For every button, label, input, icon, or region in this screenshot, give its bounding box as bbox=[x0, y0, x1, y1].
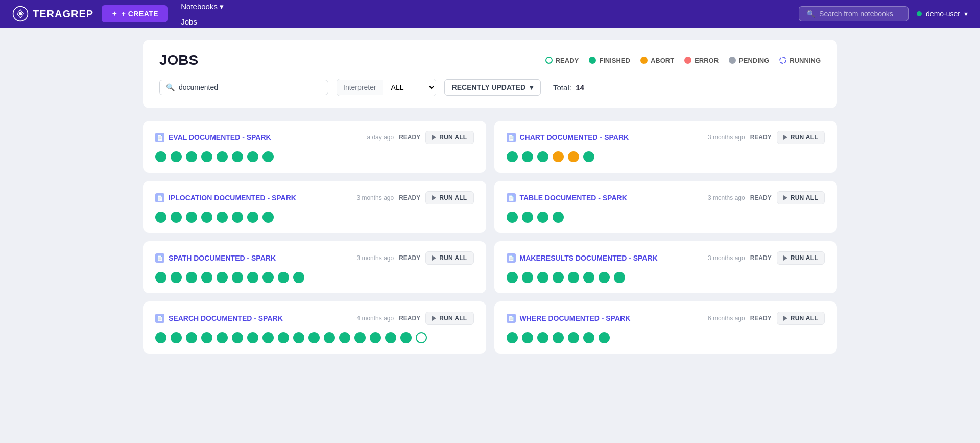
run-all-button[interactable]: RUN ALL bbox=[425, 312, 473, 325]
filter-row: 🔍 Interpreter ALL SPARK PYTHON RECENTLY … bbox=[159, 79, 821, 96]
job-dot bbox=[614, 272, 625, 283]
job-dots-row bbox=[507, 272, 825, 283]
nav-jobs[interactable]: Jobs bbox=[176, 14, 229, 29]
user-chevron-icon: ▾ bbox=[964, 10, 968, 18]
run-all-button[interactable]: RUN ALL bbox=[425, 191, 473, 204]
sort-button[interactable]: RECENTLY UPDATED ▾ bbox=[444, 79, 541, 96]
job-dot bbox=[293, 332, 304, 343]
running-dot bbox=[779, 57, 786, 64]
job-status: READY bbox=[399, 194, 420, 201]
job-card[interactable]: 📄 WHERE DOCUMENTED - SPARK 6 months ago … bbox=[494, 301, 838, 354]
job-dot bbox=[537, 151, 548, 162]
run-all-label: RUN ALL bbox=[791, 254, 818, 262]
search-input[interactable] bbox=[819, 10, 901, 18]
job-status: READY bbox=[750, 254, 772, 262]
run-all-label: RUN ALL bbox=[791, 134, 818, 141]
notebook-icon: 📄 bbox=[507, 314, 516, 323]
job-dot bbox=[262, 332, 274, 343]
job-dot bbox=[201, 272, 212, 283]
svg-point-1 bbox=[19, 12, 22, 15]
job-dot bbox=[247, 332, 258, 343]
job-time: 3 months ago bbox=[708, 254, 745, 262]
job-time: 3 months ago bbox=[356, 194, 394, 201]
job-card[interactable]: 📄 EVAL DOCUMENTED - SPARK a day ago READ… bbox=[143, 121, 486, 173]
run-all-button[interactable]: RUN ALL bbox=[777, 191, 825, 204]
job-dot bbox=[201, 332, 212, 343]
total-label: Total: 14 bbox=[553, 83, 584, 92]
job-dot bbox=[507, 212, 518, 223]
play-icon bbox=[432, 316, 436, 321]
job-dot bbox=[522, 272, 533, 283]
job-card[interactable]: 📄 CHART DOCUMENTED - SPARK 3 months ago … bbox=[494, 121, 838, 173]
job-dot bbox=[370, 332, 381, 343]
job-status: READY bbox=[399, 134, 420, 141]
run-all-button[interactable]: RUN ALL bbox=[777, 131, 825, 144]
job-dot bbox=[247, 272, 258, 283]
user-menu[interactable]: demo-user ▾ bbox=[917, 10, 968, 18]
pending-label: PENDING bbox=[739, 57, 769, 64]
job-dot bbox=[553, 332, 564, 343]
run-all-button[interactable]: RUN ALL bbox=[777, 312, 825, 325]
job-dot bbox=[553, 212, 564, 223]
ready-label: READY bbox=[556, 57, 579, 64]
interpreter-filter[interactable]: Interpreter ALL SPARK PYTHON bbox=[337, 79, 436, 96]
global-search[interactable]: 🔍 bbox=[799, 6, 909, 21]
job-card-header: 📄 MAKERESULTS DOCUMENTED - SPARK 3 month… bbox=[507, 251, 825, 265]
job-card-header: 📄 SPATH DOCUMENTED - SPARK 3 months ago … bbox=[155, 251, 474, 265]
job-dot bbox=[583, 151, 594, 162]
job-dots-row bbox=[507, 212, 825, 223]
job-search-input[interactable] bbox=[179, 83, 322, 91]
jobs-header-card: JOBS READY FINISHED ABORT ERROR bbox=[143, 40, 837, 108]
job-dot bbox=[522, 212, 533, 223]
filter-search-icon: 🔍 bbox=[166, 83, 175, 91]
notebook-icon: 📄 bbox=[155, 133, 164, 142]
job-dot bbox=[155, 212, 166, 223]
run-all-button[interactable]: RUN ALL bbox=[425, 131, 473, 144]
jobs-title: JOBS bbox=[159, 52, 198, 68]
job-dot bbox=[155, 151, 166, 162]
nav-notebooks[interactable]: Notebooks ▾ bbox=[176, 0, 229, 14]
job-status: READY bbox=[750, 315, 772, 322]
job-dot bbox=[583, 332, 594, 343]
job-dot bbox=[599, 272, 610, 283]
pending-dot bbox=[729, 57, 736, 64]
run-all-button[interactable]: RUN ALL bbox=[425, 251, 473, 265]
job-dot bbox=[201, 151, 212, 162]
job-search-wrap: 🔍 bbox=[159, 80, 328, 95]
header: TERAGREP ＋ + CREATE Notebooks ▾ Jobs 🔍 d… bbox=[0, 0, 980, 28]
job-card[interactable]: 📄 TABLE DOCUMENTED - SPARK 3 months ago … bbox=[494, 181, 838, 233]
job-dot bbox=[232, 332, 243, 343]
job-dot bbox=[232, 272, 243, 283]
job-dot bbox=[171, 272, 182, 283]
logo: TERAGREP bbox=[12, 6, 93, 22]
status-legend: READY FINISHED ABORT ERROR PENDING bbox=[545, 57, 821, 64]
interpreter-dropdown[interactable]: ALL SPARK PYTHON bbox=[383, 79, 436, 96]
status-error: ERROR bbox=[684, 57, 719, 64]
main-nav: Notebooks ▾ Jobs bbox=[176, 0, 229, 29]
job-dot bbox=[293, 272, 304, 283]
job-meta: 3 months ago READY RUN ALL bbox=[708, 131, 825, 144]
job-card[interactable]: 📄 MAKERESULTS DOCUMENTED - SPARK 3 month… bbox=[494, 241, 838, 293]
create-button[interactable]: ＋ + CREATE bbox=[102, 5, 168, 22]
job-card[interactable]: 📄 SPATH DOCUMENTED - SPARK 3 months ago … bbox=[143, 241, 486, 293]
job-name: 📄 IPLOCATION DOCUMENTED - SPARK bbox=[155, 193, 296, 202]
error-label: ERROR bbox=[695, 57, 719, 64]
run-all-label: RUN ALL bbox=[791, 315, 818, 322]
job-meta: 3 months ago READY RUN ALL bbox=[708, 191, 825, 204]
create-label: + CREATE bbox=[122, 10, 159, 18]
run-all-button[interactable]: RUN ALL bbox=[777, 251, 825, 265]
user-online-indicator bbox=[917, 11, 922, 16]
run-all-label: RUN ALL bbox=[439, 315, 467, 322]
job-dot bbox=[568, 332, 579, 343]
job-meta: 3 months ago READY RUN ALL bbox=[708, 251, 825, 265]
job-dot bbox=[568, 151, 579, 162]
job-dot bbox=[217, 151, 228, 162]
job-dot bbox=[186, 272, 197, 283]
job-card[interactable]: 📄 IPLOCATION DOCUMENTED - SPARK 3 months… bbox=[143, 181, 486, 233]
job-card[interactable]: 📄 SEARCH DOCUMENTED - SPARK 4 months ago… bbox=[143, 301, 486, 354]
job-status: READY bbox=[750, 134, 772, 141]
job-card-header: 📄 IPLOCATION DOCUMENTED - SPARK 3 months… bbox=[155, 191, 474, 204]
job-dot bbox=[171, 212, 182, 223]
job-dot bbox=[324, 332, 335, 343]
job-name: 📄 SPATH DOCUMENTED - SPARK bbox=[155, 253, 276, 263]
